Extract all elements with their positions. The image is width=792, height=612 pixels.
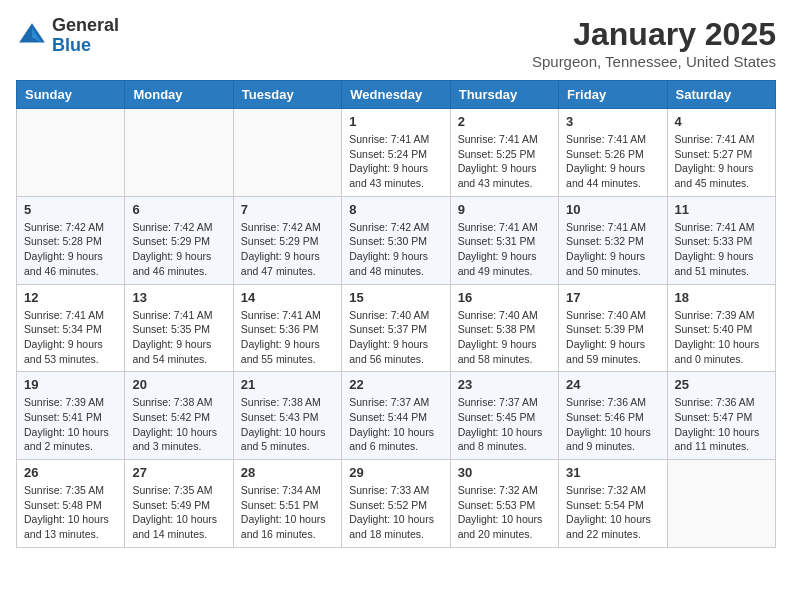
logo: General Blue	[16, 16, 119, 56]
day-number: 21	[241, 377, 334, 392]
day-number: 14	[241, 290, 334, 305]
day-info: Sunrise: 7:42 AM Sunset: 5:30 PM Dayligh…	[349, 220, 442, 279]
calendar-cell: 7Sunrise: 7:42 AM Sunset: 5:29 PM Daylig…	[233, 196, 341, 284]
calendar-cell: 2Sunrise: 7:41 AM Sunset: 5:25 PM Daylig…	[450, 109, 558, 197]
calendar-cell	[17, 109, 125, 197]
calendar-cell: 21Sunrise: 7:38 AM Sunset: 5:43 PM Dayli…	[233, 372, 341, 460]
day-number: 5	[24, 202, 117, 217]
title-area: January 2025 Spurgeon, Tennessee, United…	[532, 16, 776, 70]
day-info: Sunrise: 7:41 AM Sunset: 5:27 PM Dayligh…	[675, 132, 768, 191]
calendar-cell: 5Sunrise: 7:42 AM Sunset: 5:28 PM Daylig…	[17, 196, 125, 284]
day-info: Sunrise: 7:42 AM Sunset: 5:29 PM Dayligh…	[241, 220, 334, 279]
day-number: 1	[349, 114, 442, 129]
day-info: Sunrise: 7:40 AM Sunset: 5:38 PM Dayligh…	[458, 308, 551, 367]
calendar-week-row-2: 5Sunrise: 7:42 AM Sunset: 5:28 PM Daylig…	[17, 196, 776, 284]
day-number: 6	[132, 202, 225, 217]
day-number: 23	[458, 377, 551, 392]
calendar-cell: 8Sunrise: 7:42 AM Sunset: 5:30 PM Daylig…	[342, 196, 450, 284]
calendar-cell	[667, 460, 775, 548]
calendar-cell: 23Sunrise: 7:37 AM Sunset: 5:45 PM Dayli…	[450, 372, 558, 460]
calendar-cell: 16Sunrise: 7:40 AM Sunset: 5:38 PM Dayli…	[450, 284, 558, 372]
day-number: 28	[241, 465, 334, 480]
day-info: Sunrise: 7:39 AM Sunset: 5:41 PM Dayligh…	[24, 395, 117, 454]
day-info: Sunrise: 7:42 AM Sunset: 5:28 PM Dayligh…	[24, 220, 117, 279]
month-title: January 2025	[532, 16, 776, 53]
calendar-cell: 31Sunrise: 7:32 AM Sunset: 5:54 PM Dayli…	[559, 460, 667, 548]
day-number: 18	[675, 290, 768, 305]
day-info: Sunrise: 7:32 AM Sunset: 5:53 PM Dayligh…	[458, 483, 551, 542]
day-info: Sunrise: 7:33 AM Sunset: 5:52 PM Dayligh…	[349, 483, 442, 542]
calendar-cell: 19Sunrise: 7:39 AM Sunset: 5:41 PM Dayli…	[17, 372, 125, 460]
calendar-cell: 20Sunrise: 7:38 AM Sunset: 5:42 PM Dayli…	[125, 372, 233, 460]
day-info: Sunrise: 7:41 AM Sunset: 5:24 PM Dayligh…	[349, 132, 442, 191]
calendar-cell	[125, 109, 233, 197]
day-number: 22	[349, 377, 442, 392]
calendar-week-row-5: 26Sunrise: 7:35 AM Sunset: 5:48 PM Dayli…	[17, 460, 776, 548]
weekday-header-saturday: Saturday	[667, 81, 775, 109]
calendar-cell: 12Sunrise: 7:41 AM Sunset: 5:34 PM Dayli…	[17, 284, 125, 372]
day-info: Sunrise: 7:40 AM Sunset: 5:39 PM Dayligh…	[566, 308, 659, 367]
day-number: 29	[349, 465, 442, 480]
calendar-cell: 4Sunrise: 7:41 AM Sunset: 5:27 PM Daylig…	[667, 109, 775, 197]
day-number: 20	[132, 377, 225, 392]
day-number: 2	[458, 114, 551, 129]
weekday-header-thursday: Thursday	[450, 81, 558, 109]
calendar-cell: 17Sunrise: 7:40 AM Sunset: 5:39 PM Dayli…	[559, 284, 667, 372]
weekday-header-wednesday: Wednesday	[342, 81, 450, 109]
weekday-header-sunday: Sunday	[17, 81, 125, 109]
day-info: Sunrise: 7:38 AM Sunset: 5:43 PM Dayligh…	[241, 395, 334, 454]
day-number: 9	[458, 202, 551, 217]
calendar-cell: 3Sunrise: 7:41 AM Sunset: 5:26 PM Daylig…	[559, 109, 667, 197]
location-title: Spurgeon, Tennessee, United States	[532, 53, 776, 70]
day-info: Sunrise: 7:36 AM Sunset: 5:47 PM Dayligh…	[675, 395, 768, 454]
day-number: 26	[24, 465, 117, 480]
day-number: 24	[566, 377, 659, 392]
calendar-cell: 26Sunrise: 7:35 AM Sunset: 5:48 PM Dayli…	[17, 460, 125, 548]
day-info: Sunrise: 7:32 AM Sunset: 5:54 PM Dayligh…	[566, 483, 659, 542]
calendar-cell: 15Sunrise: 7:40 AM Sunset: 5:37 PM Dayli…	[342, 284, 450, 372]
logo-general-text: General	[52, 16, 119, 36]
day-number: 4	[675, 114, 768, 129]
day-info: Sunrise: 7:41 AM Sunset: 5:31 PM Dayligh…	[458, 220, 551, 279]
day-number: 10	[566, 202, 659, 217]
day-info: Sunrise: 7:41 AM Sunset: 5:36 PM Dayligh…	[241, 308, 334, 367]
day-number: 31	[566, 465, 659, 480]
calendar-cell: 9Sunrise: 7:41 AM Sunset: 5:31 PM Daylig…	[450, 196, 558, 284]
day-info: Sunrise: 7:34 AM Sunset: 5:51 PM Dayligh…	[241, 483, 334, 542]
calendar-cell: 22Sunrise: 7:37 AM Sunset: 5:44 PM Dayli…	[342, 372, 450, 460]
day-info: Sunrise: 7:41 AM Sunset: 5:32 PM Dayligh…	[566, 220, 659, 279]
calendar-cell: 24Sunrise: 7:36 AM Sunset: 5:46 PM Dayli…	[559, 372, 667, 460]
logo-blue-text: Blue	[52, 36, 119, 56]
day-info: Sunrise: 7:39 AM Sunset: 5:40 PM Dayligh…	[675, 308, 768, 367]
calendar-week-row-4: 19Sunrise: 7:39 AM Sunset: 5:41 PM Dayli…	[17, 372, 776, 460]
calendar-cell: 10Sunrise: 7:41 AM Sunset: 5:32 PM Dayli…	[559, 196, 667, 284]
calendar-week-row-1: 1Sunrise: 7:41 AM Sunset: 5:24 PM Daylig…	[17, 109, 776, 197]
calendar-table: SundayMondayTuesdayWednesdayThursdayFrid…	[16, 80, 776, 548]
day-info: Sunrise: 7:35 AM Sunset: 5:49 PM Dayligh…	[132, 483, 225, 542]
calendar-cell: 25Sunrise: 7:36 AM Sunset: 5:47 PM Dayli…	[667, 372, 775, 460]
day-number: 25	[675, 377, 768, 392]
calendar-week-row-3: 12Sunrise: 7:41 AM Sunset: 5:34 PM Dayli…	[17, 284, 776, 372]
calendar-cell: 29Sunrise: 7:33 AM Sunset: 5:52 PM Dayli…	[342, 460, 450, 548]
logo-text: General Blue	[52, 16, 119, 56]
day-info: Sunrise: 7:37 AM Sunset: 5:44 PM Dayligh…	[349, 395, 442, 454]
calendar-cell: 28Sunrise: 7:34 AM Sunset: 5:51 PM Dayli…	[233, 460, 341, 548]
day-info: Sunrise: 7:40 AM Sunset: 5:37 PM Dayligh…	[349, 308, 442, 367]
weekday-header-row: SundayMondayTuesdayWednesdayThursdayFrid…	[17, 81, 776, 109]
day-number: 7	[241, 202, 334, 217]
weekday-header-tuesday: Tuesday	[233, 81, 341, 109]
day-info: Sunrise: 7:37 AM Sunset: 5:45 PM Dayligh…	[458, 395, 551, 454]
day-number: 16	[458, 290, 551, 305]
day-number: 30	[458, 465, 551, 480]
calendar-cell	[233, 109, 341, 197]
calendar-cell: 1Sunrise: 7:41 AM Sunset: 5:24 PM Daylig…	[342, 109, 450, 197]
calendar-cell: 30Sunrise: 7:32 AM Sunset: 5:53 PM Dayli…	[450, 460, 558, 548]
day-info: Sunrise: 7:41 AM Sunset: 5:25 PM Dayligh…	[458, 132, 551, 191]
day-info: Sunrise: 7:38 AM Sunset: 5:42 PM Dayligh…	[132, 395, 225, 454]
calendar-cell: 11Sunrise: 7:41 AM Sunset: 5:33 PM Dayli…	[667, 196, 775, 284]
day-number: 15	[349, 290, 442, 305]
page-header: General Blue January 2025 Spurgeon, Tenn…	[16, 16, 776, 70]
day-info: Sunrise: 7:41 AM Sunset: 5:35 PM Dayligh…	[132, 308, 225, 367]
calendar-cell: 14Sunrise: 7:41 AM Sunset: 5:36 PM Dayli…	[233, 284, 341, 372]
day-number: 13	[132, 290, 225, 305]
